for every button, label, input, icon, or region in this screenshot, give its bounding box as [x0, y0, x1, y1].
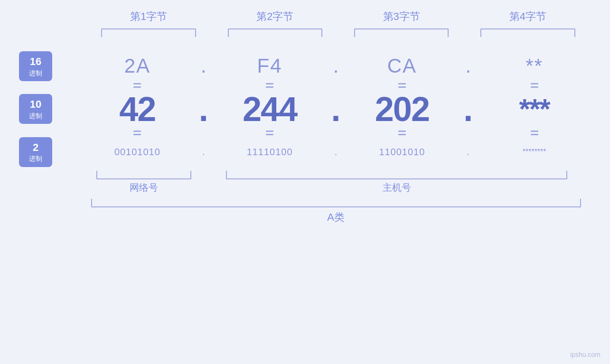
hex-label: 16 进制 [19, 51, 81, 81]
bottom-section: 网络号 主机号 [19, 171, 591, 194]
bin-val-1: 00101010 [81, 147, 194, 158]
bin-dot-3: . [459, 147, 478, 158]
labels-row: 网络号 主机号 [81, 181, 591, 194]
bin-val-3: 11001010 [346, 147, 459, 158]
dec-row: 10 进制 42 . 244 . 202 . *** [19, 90, 591, 129]
class-bracket [91, 199, 581, 207]
hex-val-3: CA [346, 55, 459, 77]
eq1-4 [478, 83, 591, 88]
top-bracket-3 [338, 28, 465, 37]
byte3-header: 第3字节 [338, 9, 465, 24]
class-bracket-wrap [81, 199, 591, 207]
eq1-1 [81, 83, 194, 88]
bin-label: 2 进制 [19, 137, 81, 167]
dec-val-1: 42 [81, 90, 194, 129]
network-label: 网络号 [81, 181, 207, 194]
hex-dot-2: . [327, 55, 346, 77]
hex-row: 16 进制 2A . F4 . CA . ** [19, 51, 591, 81]
host-bracket [226, 171, 567, 179]
class-label: A类 [81, 210, 591, 224]
watermark: ipshu.com [570, 351, 601, 358]
byte2-header: 第2字节 [212, 9, 338, 24]
equals-row-2 [19, 131, 591, 135]
dec-val-2: 244 [213, 90, 327, 129]
bin-row: 2 进制 00101010 . 11110100 . 11001010 . [19, 137, 591, 167]
hex-dot-3: . [459, 55, 478, 77]
bin-dot-1: . [194, 147, 213, 158]
dec-dot-3: . [459, 90, 478, 129]
dec-dot-2: . [327, 90, 346, 129]
byte4-header: 第4字节 [465, 9, 591, 24]
dec-badge: 10 进制 [19, 94, 52, 124]
eq2-2 [213, 131, 327, 135]
eq2-1 [81, 131, 194, 135]
hex-values-row: 2A . F4 . CA . ** [81, 55, 591, 77]
hex-badge: 16 进制 [19, 51, 52, 81]
dec-values-row: 42 . 244 . 202 . *** [81, 90, 591, 129]
equals-row-1 [19, 83, 591, 88]
eq2-3 [346, 131, 459, 135]
bin-badge: 2 进制 [19, 137, 52, 167]
main-container: 第1字节 第2字节 第3字节 第4字节 16 进制 2A [0, 0, 610, 364]
top-bracket-4 [465, 28, 591, 37]
eq1-3 [346, 83, 459, 88]
dec-val-3: 202 [346, 90, 459, 129]
hex-val-1: 2A [81, 55, 194, 77]
host-bracket-wrap [207, 171, 591, 179]
hex-val-2: F4 [213, 55, 327, 77]
byte-headers: 第1字节 第2字节 第3字节 第4字节 [19, 9, 591, 24]
top-brackets [19, 28, 591, 37]
dec-label: 10 进制 [19, 94, 81, 124]
byte1-header: 第1字节 [85, 9, 212, 24]
top-bracket-1 [85, 28, 212, 37]
dec-val-4: *** [478, 93, 591, 125]
eq2-4 [478, 131, 591, 135]
brackets-row [81, 171, 591, 179]
bin-val-2: 11110100 [213, 147, 327, 158]
net-bracket-wrap [81, 171, 207, 179]
bin-dot-2: . [327, 147, 346, 158]
host-label: 主机号 [207, 181, 591, 194]
hex-dot-1: . [194, 55, 213, 77]
class-section: A类 [19, 199, 591, 224]
net-bracket [96, 171, 191, 179]
bin-values-row: 00101010 . 11110100 . 11001010 . *******… [81, 147, 591, 158]
eq1-2 [213, 83, 327, 88]
hex-val-4: ** [478, 55, 591, 77]
top-bracket-2 [212, 28, 338, 37]
bin-val-4: ******** [478, 148, 591, 156]
dec-dot-1: . [194, 90, 213, 129]
